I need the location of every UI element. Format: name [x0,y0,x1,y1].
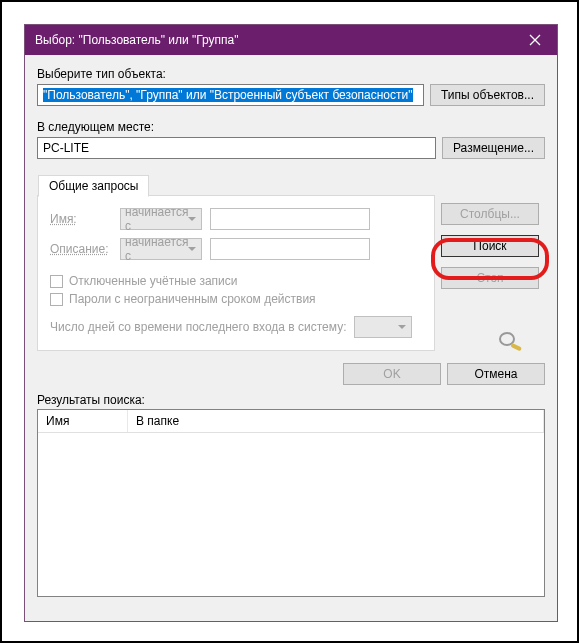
stop-button[interactable]: Стоп [441,267,539,289]
description-mode-dropdown[interactable]: начинается с [120,238,202,260]
results-label: Результаты поиска: [37,393,545,407]
cancel-button[interactable]: Отмена [447,363,545,385]
name-input[interactable] [210,208,370,230]
object-types-button[interactable]: Типы объектов... [430,84,545,106]
search-button[interactable]: Поиск [441,235,539,257]
disabled-accounts-label: Отключенные учётные записи [69,274,238,288]
close-button[interactable] [512,25,557,55]
object-type-field[interactable]: "Пользователь", "Группа" или "Встроенный… [37,84,424,106]
tab-common-queries[interactable]: Общие запросы [38,175,149,197]
description-input[interactable] [210,238,370,260]
window-title: Выбор: "Пользователь" или "Группа" [35,33,512,47]
titlebar: Выбор: "Пользователь" или "Группа" [25,25,557,55]
svg-point-0 [500,333,514,345]
description-label: Описание: [50,242,112,256]
location-field[interactable]: PC-LITE [37,137,436,159]
svg-rect-1 [510,343,522,351]
dialog-window: Выбор: "Пользователь" или "Группа" Выбер… [24,24,558,622]
close-icon [529,34,541,46]
columns-button[interactable]: Столбцы... [441,203,539,225]
days-since-login-label: Число дней со времени последнего входа в… [50,320,346,334]
results-col-name[interactable]: Имя [38,410,128,432]
magnifier-icon [495,330,525,355]
locations-button[interactable]: Размещение... [442,137,545,159]
ok-button[interactable]: OK [343,363,441,385]
results-col-folder[interactable]: В папке [128,410,544,432]
name-mode-dropdown[interactable]: начинается с [120,208,202,230]
object-type-label: Выберите тип объекта: [37,67,545,81]
name-label: Имя: [50,212,112,226]
disabled-accounts-checkbox[interactable] [50,275,63,288]
non-expiring-pwd-label: Пароли с неограниченным сроком действия [69,292,316,306]
days-since-login-spinner[interactable] [354,316,412,338]
location-label: В следующем месте: [37,120,545,134]
results-table[interactable]: Имя В папке [37,409,545,597]
common-queries-panel: Общие запросы Имя: начинается с Описание… [37,195,435,351]
non-expiring-pwd-checkbox[interactable] [50,293,63,306]
